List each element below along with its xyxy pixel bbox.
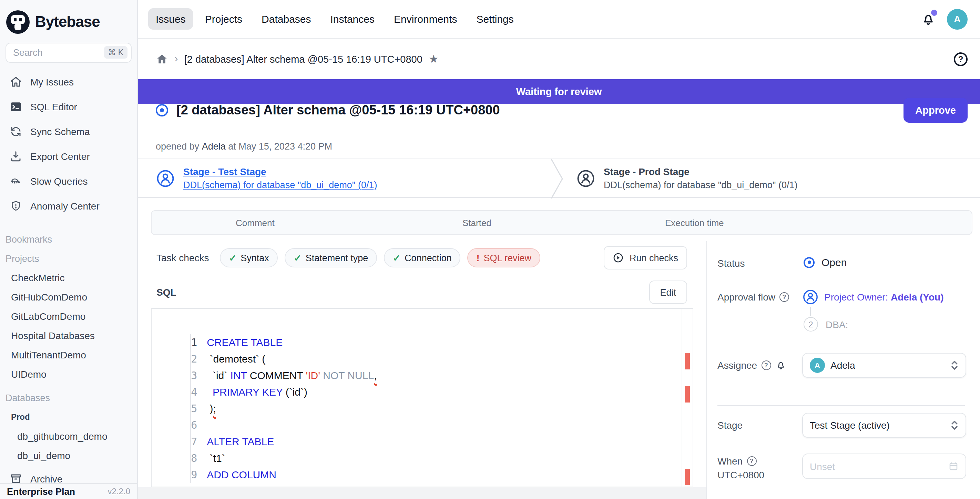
tab-databases[interactable]: Databases <box>254 8 318 30</box>
sidebar-item-my-issues[interactable]: My Issues <box>0 70 137 94</box>
notify-bell-icon[interactable] <box>775 360 786 371</box>
sidebar-item-export-center[interactable]: Export Center <box>0 144 137 169</box>
stage-title[interactable]: Stage - Test Stage <box>183 166 377 177</box>
help-icon[interactable]: ? <box>780 292 789 302</box>
stage-select[interactable]: Test Stage (active) <box>802 413 966 438</box>
sidebar-section-databases: Databases <box>0 388 137 407</box>
issue-sidebar-panel: Status Open Approval flow ? Project Owne… <box>706 241 980 499</box>
assignee-label: Assignee ? <box>718 360 786 371</box>
top-navigation: IssuesProjectsDatabasesInstancesEnvironm… <box>138 0 980 38</box>
error-marker <box>685 353 690 369</box>
project-item-githubcomdemo[interactable]: GitHubComDemo <box>0 288 137 307</box>
check-label: Statement type <box>305 253 368 263</box>
brand-logo[interactable]: Bytebase <box>0 0 137 36</box>
terminal-icon <box>10 101 22 113</box>
approve-button[interactable]: Approve <box>904 98 967 123</box>
line-number: 6 <box>177 417 207 434</box>
sidebar: Bytebase ⌘ K My Issues SQL Editor Sync S… <box>0 0 138 499</box>
stage-separator-chevron <box>550 159 566 199</box>
tab-issues[interactable]: Issues <box>148 8 193 30</box>
stage-task-link[interactable]: DDL(schema) for database "db_ui_demo" (0… <box>183 180 377 190</box>
chevron-up-down-icon <box>950 361 959 370</box>
sql-code-editor[interactable]: 1CREATE TABLE 2 `demotest` ( 3 `id` INT … <box>151 308 693 487</box>
tab-settings[interactable]: Settings <box>469 8 521 30</box>
tab-environments[interactable]: Environments <box>386 8 465 30</box>
stage-prod-stage[interactable]: Stage - Prod Stage DDL(schema) for datab… <box>576 159 797 197</box>
project-item-checkmetric[interactable]: CheckMetric <box>0 268 137 288</box>
search-box[interactable]: ⌘ K <box>5 43 132 63</box>
project-item-gitlabcomdemo[interactable]: GitLabComDemo <box>0 307 137 326</box>
approval-flow-label: Approval flow ? <box>718 292 789 303</box>
sidebar-item-anomaly-center[interactable]: Anomaly Center <box>0 194 137 218</box>
status-open-icon <box>803 257 815 268</box>
sidebar-footer: Enterprise Plan v2.2.0 <box>0 483 137 499</box>
task-check-statement-type[interactable]: ✓ Statement type <box>285 248 377 267</box>
issue-author: Adela <box>202 141 226 152</box>
brand-name: Bytebase <box>35 13 100 31</box>
sidebar-item-sql-editor[interactable]: SQL Editor <box>0 94 137 119</box>
tab-label: Instances <box>331 13 375 25</box>
project-item-uidemo[interactable]: UIDemo <box>0 365 137 384</box>
check-label: Connection <box>404 253 452 263</box>
when-placeholder: Unset <box>810 461 835 472</box>
error-marker <box>685 386 690 402</box>
home-icon[interactable] <box>156 53 168 65</box>
breadcrumb: › [2 databases] Alter schema @05-15 16:1… <box>138 38 980 79</box>
turtle-icon <box>10 175 22 188</box>
sidebar-item-label: My Issues <box>30 76 74 87</box>
run-checks-button[interactable]: Run checks <box>604 246 687 270</box>
database-item-db-githubcom-demo[interactable]: db_githubcom_demo <box>0 427 137 446</box>
sidebar-item-slow-queries[interactable]: Slow Queries <box>0 169 137 194</box>
sql-label: SQL <box>156 287 177 298</box>
sidebar-item-sync-schema[interactable]: Sync Schema <box>0 119 137 144</box>
editor-overview-ruler[interactable] <box>682 309 693 486</box>
person-circle-icon <box>156 168 175 188</box>
task-check-sql-review[interactable]: ! SQL review <box>468 248 540 267</box>
sync-icon <box>10 126 22 138</box>
main-area: IssuesProjectsDatabasesInstancesEnvironm… <box>138 0 980 499</box>
project-item-multitenantdemo[interactable]: MultiTenantDemo <box>0 345 137 365</box>
sidebar-section-projects: Projects <box>0 249 137 268</box>
line-number: 2 <box>177 351 207 367</box>
sidebar-section-bookmarks: Bookmarks <box>0 229 137 249</box>
project-item-hospital-databases[interactable]: Hospital Databases <box>0 326 137 345</box>
tab-instances[interactable]: Instances <box>323 8 382 30</box>
task-check-connection[interactable]: ✓ Connection <box>384 248 460 267</box>
code-line: 9ADD COLUMN <box>152 450 682 467</box>
star-icon[interactable]: ★ <box>429 52 439 65</box>
task-checks-label: Task checks <box>156 252 209 263</box>
stage-test-stage[interactable]: Stage - Test Stage DDL(schema) for datab… <box>156 159 377 197</box>
issue-title: [2 databases] Alter schema @05-15 16:19 … <box>177 103 500 118</box>
help-icon[interactable]: ? <box>761 361 771 370</box>
database-list: db_githubcom_demodb_ui_demo <box>0 427 137 465</box>
step-number: 2 <box>803 317 818 332</box>
user-avatar[interactable]: A <box>947 9 967 29</box>
approval-flow-connector <box>810 307 811 316</box>
notification-dot <box>931 9 937 16</box>
edit-sql-button[interactable]: Edit <box>649 281 687 304</box>
database-item-db-ui-demo[interactable]: db_ui_demo <box>0 446 137 465</box>
task-check-syntax[interactable]: ✓ Syntax <box>220 248 278 267</box>
tab-projects[interactable]: Projects <box>197 8 250 30</box>
chevron-up-down-icon <box>950 420 959 430</box>
issue-header: [2 databases] Alter schema @05-15 16:19 … <box>138 98 980 123</box>
tab-label: Issues <box>156 13 186 25</box>
stage-select-label: Stage <box>718 420 743 431</box>
line-number: 3 <box>177 367 207 384</box>
tab-label: Environments <box>394 13 457 25</box>
task-checks-row: Task checks ✓ Syntax ✓ Statement type ✓ … <box>156 246 687 270</box>
notifications-button[interactable] <box>921 11 936 27</box>
search-input[interactable] <box>6 48 96 58</box>
person-circle-icon <box>576 168 595 188</box>
panel-divider <box>718 405 965 406</box>
assignee-select[interactable]: A Adela <box>802 353 966 378</box>
when-datetime-input[interactable]: Unset <box>802 453 966 479</box>
issue-opened-at: May 15, 2023 4:20 PM <box>239 141 332 152</box>
person-circle-icon <box>802 289 819 305</box>
line-number: 7 <box>177 434 207 450</box>
chevron-right-icon: › <box>174 52 178 64</box>
help-icon[interactable]: ? <box>747 456 756 466</box>
pipeline-stages: Stage - Test Stage DDL(schema) for datab… <box>138 159 980 198</box>
help-circle-icon[interactable]: ? <box>954 52 967 66</box>
sidebar-item-label: Slow Queries <box>30 176 88 187</box>
